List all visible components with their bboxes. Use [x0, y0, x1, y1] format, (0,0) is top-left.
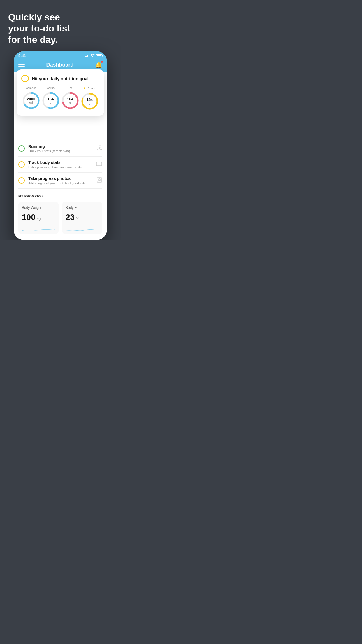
running-subtitle: Track your stats (target: 5km) [28, 149, 92, 153]
body-stats-subtitle: Enter your weight and measurements [28, 165, 92, 169]
fat-label: Fat [68, 86, 72, 90]
running-icon [96, 145, 102, 152]
body-fat-card-title: Body Fat [66, 206, 99, 210]
photos-subtitle: Add images of your front, back, and side [28, 181, 93, 185]
svg-point-10 [99, 163, 100, 164]
body-fat-value: 23 [66, 213, 75, 222]
body-fat-card: Body Fat 23 % [62, 202, 102, 234]
progress-section-title: MY PROGRESS [18, 195, 102, 198]
header-title: Dashboard [46, 62, 73, 68]
body-weight-unit: kg [37, 216, 41, 221]
todo-list: Running Track your stats (target: 5km) [14, 141, 107, 189]
wifi-icon [91, 54, 95, 57]
background-page: Quickly see your to-do list for the day.… [0, 0, 121, 240]
nutrition-card: Hit your daily nutrition goal Calories [17, 69, 104, 116]
nutrition-protein: ★ Protein 164 g [80, 86, 99, 111]
card-title: Hit your daily nutrition goal [32, 76, 89, 81]
body-stats-circle [18, 161, 25, 168]
todo-item-photos[interactable]: Take progress photos Add images of your … [18, 173, 102, 189]
photos-circle [18, 177, 25, 184]
running-info: Running Track your stats (target: 5km) [28, 144, 92, 153]
notification-bell[interactable]: 🔔 [95, 61, 102, 68]
scale-icon [96, 161, 102, 168]
nutrition-fat: Fat 164 g [61, 86, 80, 110]
hero-title: Quickly see your to-do list for the day. [8, 12, 113, 45]
body-weight-value: 100 [22, 213, 36, 222]
app-content: THINGS TO DO TODAY Hit your daily nutrit… [14, 72, 107, 240]
status-time: 9:41 [18, 53, 26, 58]
body-fat-value-row: 23 % [66, 213, 99, 222]
body-stats-title: Track body stats [28, 160, 92, 165]
body-weight-value-row: 100 kg [22, 213, 55, 222]
phone-mockup: 9:41 [14, 51, 107, 240]
calories-ring: 2000 cal [22, 91, 41, 110]
signal-icon [85, 54, 89, 57]
hero-section: Quickly see your to-do list for the day. [0, 0, 121, 51]
todo-item-body-stats[interactable]: Track body stats Enter your weight and m… [18, 157, 102, 173]
body-weight-sparkline [22, 224, 55, 233]
body-weight-card: Body Weight 100 kg [18, 202, 59, 234]
todo-circle-nutrition [21, 75, 29, 82]
svg-point-12 [99, 178, 100, 180]
battery-icon [96, 54, 102, 57]
protein-label: ★ Protein [83, 86, 96, 90]
nutrition-calories: Calories 2000 cal [22, 86, 41, 110]
person-icon [96, 177, 102, 184]
photos-info: Take progress photos Add images of your … [28, 176, 93, 185]
body-stats-info: Track body stats Enter your weight and m… [28, 160, 92, 169]
notification-dot [101, 61, 103, 63]
status-bar: 9:41 [14, 51, 107, 59]
nutrition-carbs: Carbs 164 g [41, 86, 60, 110]
running-circle [18, 145, 25, 152]
carbs-ring: 164 g [41, 91, 60, 110]
carbs-label: Carbs [47, 86, 55, 90]
nutrition-row: Calories 2000 cal [21, 86, 99, 111]
progress-cards: Body Weight 100 kg Body Fat [18, 202, 102, 240]
body-fat-sparkline [66, 224, 99, 233]
body-fat-unit: % [76, 216, 79, 221]
progress-section: MY PROGRESS Body Weight 100 kg [14, 189, 107, 240]
fat-ring: 164 g [61, 91, 80, 110]
phone-wrapper: 9:41 [0, 51, 121, 240]
running-title: Running [28, 144, 92, 149]
hamburger-menu[interactable] [18, 63, 25, 67]
protein-ring: 164 g [80, 92, 99, 111]
body-weight-card-title: Body Weight [22, 206, 55, 210]
status-icons [85, 54, 102, 57]
protein-star-icon: ★ [83, 86, 86, 90]
todo-item-running[interactable]: Running Track your stats (target: 5km) [18, 141, 102, 157]
calories-label: Calories [26, 86, 36, 90]
photos-title: Take progress photos [28, 176, 93, 181]
card-title-row: Hit your daily nutrition goal [21, 75, 99, 82]
